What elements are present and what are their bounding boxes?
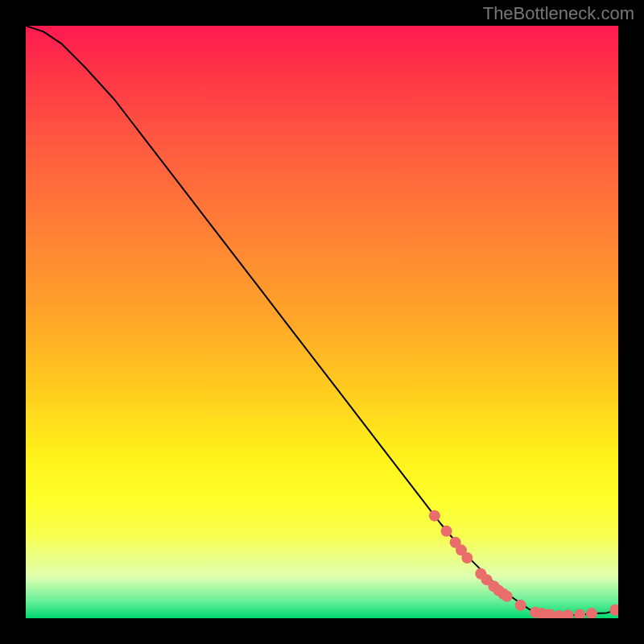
chart-marker (586, 608, 597, 618)
chart-marker (429, 510, 440, 522)
chart-plot-area (26, 26, 618, 618)
chart-overlay-svg (26, 26, 618, 618)
chart-marker (502, 591, 513, 602)
chart-marker (441, 526, 452, 537)
watermark-text: TheBottleneck.com (483, 3, 634, 24)
chart-marker (609, 605, 618, 616)
chart-marker (461, 552, 473, 564)
chart-markers (429, 510, 618, 618)
chart-curve (26, 26, 618, 616)
chart-marker (515, 600, 526, 611)
chart-marker (562, 609, 573, 618)
chart-marker (574, 609, 585, 618)
